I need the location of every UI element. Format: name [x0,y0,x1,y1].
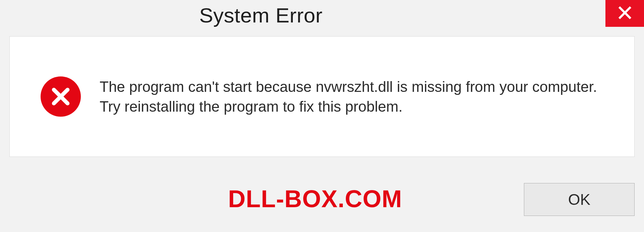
content-panel: The program can't start because nvwrszht… [9,36,635,157]
watermark-text: DLL-BOX.COM [228,185,402,213]
dialog-window: System Error The program can't start bec… [0,0,644,232]
error-icon [41,76,81,117]
ok-button[interactable]: OK [524,183,635,216]
ok-button-label: OK [568,190,590,209]
close-button[interactable] [605,0,644,27]
footer: DLL-BOX.COM OK [9,157,635,223]
dialog-title: System Error [199,3,323,27]
titlebar: System Error [0,0,644,36]
error-message: The program can't start because nvwrszht… [100,77,603,117]
close-icon [618,5,632,21]
